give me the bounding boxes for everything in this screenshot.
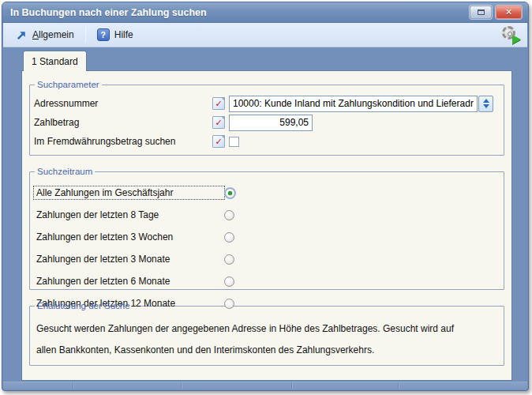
spinner-up-icon: [483, 99, 489, 103]
row-fremdwaehrung: Im Fremdwährungsbetrag suchen ✓: [34, 132, 500, 151]
dialog-window: In Buchungen nach einer Zahlung suchen ✕…: [2, 2, 529, 391]
spinner-down-icon: [483, 104, 489, 108]
green-play-icon: [512, 35, 521, 44]
period-option-row[interactable]: Zahlungen der letzten 3 Monate: [34, 248, 500, 270]
tab-standard[interactable]: 1 Standard: [23, 51, 87, 71]
window-bottom-edge: [3, 382, 527, 389]
adressnummer-spinner[interactable]: [478, 96, 493, 112]
radio-button[interactable]: [224, 210, 234, 220]
period-option-label: Zahlungen der letzten 3 Monate: [34, 253, 224, 265]
toolbar-separator: [85, 27, 86, 43]
hilfe-label: Hilfe: [114, 29, 133, 40]
fremdwaehrung-label: Im Fremdwährungsbetrag suchen: [34, 136, 212, 147]
group-suchparameter: Suchparameter Adressnummer ✓ Zahlbetrag …: [29, 80, 504, 156]
zahlbetrag-input[interactable]: [229, 115, 313, 131]
arrow-up-right-icon: [16, 29, 28, 41]
allgemein-label: Allgemein: [32, 29, 74, 40]
tab-page: Suchparameter Adressnummer ✓ Zahlbetrag …: [21, 70, 512, 381]
period-option-label: Zahlungen der letzten 8 Tage: [34, 209, 224, 221]
restore-icon: [478, 9, 485, 15]
field-active-check-icon[interactable]: ✓: [212, 135, 225, 148]
radio-button[interactable]: [224, 187, 236, 199]
period-option-row[interactable]: Zahlungen der letzten 3 Wochen: [34, 226, 500, 248]
zahlbetrag-label: Zahlbetrag: [34, 117, 212, 128]
group-suchzeitraum: Suchzeitraum Alle Zahlungen im Geschäfts…: [29, 167, 504, 290]
toolbar: Allgemein ? Hilfe: [3, 23, 527, 47]
period-option-label: Zahlungen der letzten 6 Monate: [34, 275, 224, 288]
radio-button[interactable]: [224, 254, 234, 265]
period-option-label: Zahlungen der letzten 3 Wochen: [34, 231, 224, 243]
group-suchzeitraum-legend: Suchzeitraum: [35, 167, 95, 176]
adressnummer-label: Adressnummer: [34, 98, 212, 109]
close-button[interactable]: ✕: [496, 6, 522, 19]
tab-standard-label: 1 Standard: [32, 56, 78, 67]
radio-button[interactable]: [224, 232, 234, 243]
group-erlaeuterung-legend: Erläiuterung der Suche: [35, 301, 133, 310]
window-title: In Buchungen nach einer Zahlung suchen: [10, 7, 466, 18]
explain-section: Erläiuterung der Suche Gesucht werden Za…: [29, 301, 504, 366]
row-zahlbetrag: Zahlbetrag ✓: [34, 113, 500, 132]
radio-button[interactable]: [224, 276, 234, 287]
title-bar[interactable]: In Buchungen nach einer Zahlung suchen ✕: [2, 2, 528, 23]
question-badge-icon: ?: [97, 28, 110, 41]
adressnummer-input[interactable]: [229, 96, 478, 112]
period-option-row[interactable]: Zahlungen der letzten 6 Monate: [34, 270, 500, 292]
radio-button[interactable]: [224, 299, 234, 309]
field-active-check-icon[interactable]: ✓: [212, 116, 225, 129]
group-suchparameter-legend: Suchparameter: [35, 80, 102, 89]
period-option-label: Alle Zahlungen im Geschäftsjahr: [34, 186, 224, 199]
allgemein-button[interactable]: Allgemein: [9, 27, 81, 43]
restore-button[interactable]: [470, 6, 492, 19]
group-erlaeuterung: Erläiuterung der Suche Gesucht werden Za…: [29, 301, 504, 366]
period-option-row[interactable]: Zahlungen der letzten 8 Tage: [34, 204, 500, 226]
explain-text-line2: allen Bankkonten, Kassenkonten und den I…: [36, 344, 500, 356]
hilfe-button[interactable]: ? Hilfe: [91, 26, 140, 43]
field-active-check-icon[interactable]: ✓: [212, 97, 225, 110]
period-option-row[interactable]: Alle Zahlungen im Geschäftsjahr: [34, 182, 500, 204]
explain-text-line1: Gesucht werden Zahlungen der angegebenen…: [36, 323, 500, 334]
adressnummer-combo: [229, 96, 493, 112]
gear-run-button[interactable]: [500, 25, 521, 44]
fremdwaehrung-checkbox[interactable]: [229, 137, 239, 147]
row-adressnummer: Adressnummer ✓: [34, 94, 500, 113]
